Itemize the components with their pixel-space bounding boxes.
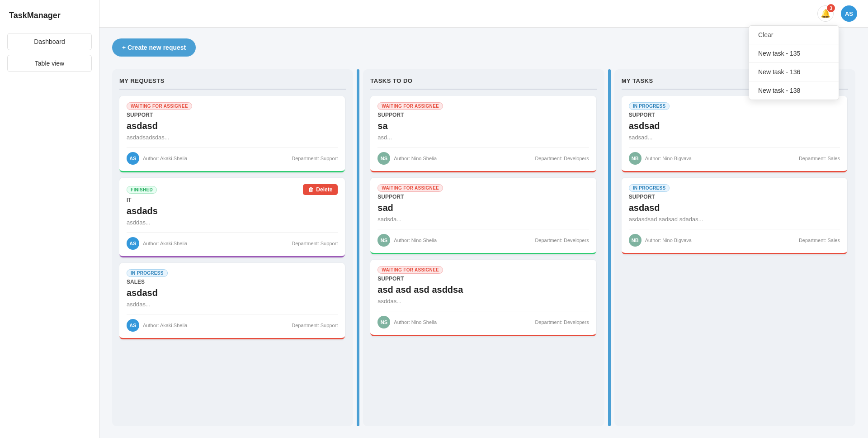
- card-4-title: sa: [377, 121, 589, 131]
- card-1-avatar: AS: [127, 152, 139, 165]
- card-7-author: Author: Nino Bigvava: [645, 156, 795, 161]
- card-7-top: IN PROGRESS: [629, 102, 840, 110]
- card-8-dept: Department: Sales: [799, 238, 840, 243]
- card-4-footer: NS Author: Nino Shelia Department: Devel…: [377, 147, 589, 165]
- card-1-desc: asdadsadsdas...: [127, 134, 338, 141]
- cards-list-my-tasks: IN PROGRESS SUPPORT asdsad sadsad... NB …: [622, 96, 848, 418]
- avatar[interactable]: AS: [841, 5, 857, 22]
- card-8[interactable]: IN PROGRESS SUPPORT asdasd asdasdsad sad…: [622, 178, 847, 254]
- cards-list-my-requests: WAITING FOR ASSIGNEE SUPPORT asdasd asda…: [119, 96, 346, 418]
- sidebar-item-table-view[interactable]: Table view: [7, 55, 92, 72]
- column-my-requests: MY REQUESTS WAITING FOR ASSIGNEE SUPPORT…: [112, 69, 353, 426]
- card-1-top: WAITING FOR ASSIGNEE: [127, 102, 338, 110]
- header: 🔔 3 AS Clear New task - 135 New task - 1…: [99, 0, 868, 28]
- card-6-status: WAITING FOR ASSIGNEE: [377, 266, 443, 274]
- card-8-top: IN PROGRESS: [629, 184, 840, 192]
- card-3-desc: asddas...: [127, 301, 338, 308]
- cards-list-tasks-to-do: WAITING FOR ASSIGNEE SUPPORT sa asd... N…: [370, 96, 597, 418]
- card-2-author: Author: Akaki Shelia: [143, 241, 288, 246]
- card-5-desc: sadsda...: [377, 216, 589, 223]
- card-3-status: IN PROGRESS: [127, 269, 168, 277]
- card-2-top: FINISHED 🗑 Delete: [127, 184, 338, 195]
- card-1[interactable]: WAITING FOR ASSIGNEE SUPPORT asdasd asda…: [119, 96, 345, 172]
- card-4-avatar: NS: [377, 152, 390, 165]
- notification-dropdown: Clear New task - 135 New task - 136 New …: [749, 25, 839, 100]
- card-5-avatar: NS: [377, 234, 390, 247]
- main-content: 🔔 3 AS Clear New task - 135 New task - 1…: [99, 0, 868, 438]
- card-1-category: SUPPORT: [127, 112, 338, 118]
- card-5-footer: NS Author: Nino Shelia Department: Devel…: [377, 229, 589, 247]
- card-2[interactable]: FINISHED 🗑 Delete IT asdads asddas... AS…: [119, 178, 345, 257]
- kanban-board: MY REQUESTS WAITING FOR ASSIGNEE SUPPORT…: [112, 69, 855, 426]
- card-4-dept: Department: Developers: [535, 156, 589, 161]
- card-8-category: SUPPORT: [629, 194, 840, 200]
- notification-button[interactable]: 🔔 3: [817, 5, 834, 22]
- card-5-dept: Department: Developers: [535, 238, 589, 243]
- card-2-dept: Department: Support: [292, 241, 338, 246]
- card-4[interactable]: WAITING FOR ASSIGNEE SUPPORT sa asd... N…: [370, 96, 596, 172]
- card-6-avatar: NS: [377, 316, 390, 328]
- card-3-footer: AS Author: Akaki Shelia Department: Supp…: [127, 314, 338, 332]
- app-logo: TaskManager: [7, 11, 92, 20]
- card-7-status: IN PROGRESS: [629, 102, 670, 110]
- card-6-dept: Department: Developers: [535, 319, 589, 325]
- card-7-avatar: NB: [629, 152, 642, 165]
- column-my-tasks: MY TASKS IN PROGRESS SUPPORT asdsad sads…: [614, 69, 855, 426]
- card-5-status: WAITING FOR ASSIGNEE: [377, 184, 443, 192]
- card-2-avatar: AS: [127, 237, 139, 250]
- card-8-desc: asdasdsad sadsad sdadas...: [629, 216, 840, 223]
- card-1-status: WAITING FOR ASSIGNEE: [127, 102, 192, 110]
- card-2-desc: asddas...: [127, 219, 338, 226]
- card-6-desc: asddas...: [377, 298, 589, 305]
- card-2-status: FINISHED: [127, 186, 157, 194]
- card-3[interactable]: IN PROGRESS SALES asdasd asddas... AS Au…: [119, 263, 345, 339]
- card-3-title: asdasd: [127, 288, 338, 298]
- notification-item-0[interactable]: New task - 135: [749, 44, 839, 63]
- card-3-category: SALES: [127, 279, 338, 285]
- card-7-desc: sadsad...: [629, 134, 840, 141]
- card-3-avatar: AS: [127, 319, 139, 332]
- card-1-footer: AS Author: Akaki Shelia Department: Supp…: [127, 147, 338, 165]
- card-6-top: WAITING FOR ASSIGNEE: [377, 266, 589, 274]
- card-4-status: WAITING FOR ASSIGNEE: [377, 102, 443, 110]
- card-5-author: Author: Nino Shelia: [394, 238, 531, 243]
- trash-icon: 🗑: [308, 186, 314, 193]
- column-title-my-requests: MY REQUESTS: [119, 77, 346, 90]
- card-6-author: Author: Nino Shelia: [394, 319, 531, 325]
- card-4-desc: asd...: [377, 134, 589, 141]
- delete-button-card-2[interactable]: 🗑 Delete: [303, 184, 338, 195]
- divider-1: [357, 69, 359, 426]
- create-request-button[interactable]: + Create new request: [112, 38, 196, 57]
- card-2-category: IT: [127, 197, 338, 203]
- card-8-title: asdasd: [629, 203, 840, 213]
- card-1-author: Author: Akaki Shelia: [143, 156, 288, 161]
- card-5[interactable]: WAITING FOR ASSIGNEE SUPPORT sad sadsda.…: [370, 178, 596, 254]
- card-6-footer: NS Author: Nino Shelia Department: Devel…: [377, 311, 589, 328]
- card-7-footer: NB Author: Nino Bigvava Department: Sale…: [629, 147, 840, 165]
- card-5-top: WAITING FOR ASSIGNEE: [377, 184, 589, 192]
- card-6[interactable]: WAITING FOR ASSIGNEE SUPPORT asd asd asd…: [370, 260, 596, 336]
- card-1-title: asdasd: [127, 121, 338, 131]
- card-2-footer: AS Author: Akaki Shelia Department: Supp…: [127, 232, 338, 250]
- card-1-dept: Department: Support: [292, 156, 338, 161]
- card-3-top: IN PROGRESS: [127, 269, 338, 277]
- notification-item-1[interactable]: New task - 136: [749, 63, 839, 81]
- card-7-dept: Department: Sales: [799, 156, 840, 161]
- card-8-status: IN PROGRESS: [629, 184, 670, 192]
- card-5-category: SUPPORT: [377, 194, 589, 200]
- divider-2: [608, 69, 611, 426]
- card-7[interactable]: IN PROGRESS SUPPORT asdsad sadsad... NB …: [622, 96, 847, 172]
- card-3-dept: Department: Support: [292, 323, 338, 328]
- card-8-avatar: NB: [629, 234, 642, 247]
- card-6-title: asd asd asd asddsa: [377, 285, 589, 295]
- card-7-title: asdsad: [629, 121, 840, 131]
- card-3-author: Author: Akaki Shelia: [143, 323, 288, 328]
- notification-item-2[interactable]: New task - 138: [749, 81, 839, 100]
- column-title-tasks-to-do: TASKS TO DO: [370, 77, 597, 90]
- sidebar-item-dashboard[interactable]: Dashboard: [7, 33, 92, 50]
- notification-clear[interactable]: Clear: [749, 26, 839, 44]
- column-tasks-to-do: TASKS TO DO WAITING FOR ASSIGNEE SUPPORT…: [363, 69, 604, 426]
- card-8-footer: NB Author: Nino Bigvava Department: Sale…: [629, 229, 840, 247]
- card-4-top: WAITING FOR ASSIGNEE: [377, 102, 589, 110]
- card-5-title: sad: [377, 203, 589, 213]
